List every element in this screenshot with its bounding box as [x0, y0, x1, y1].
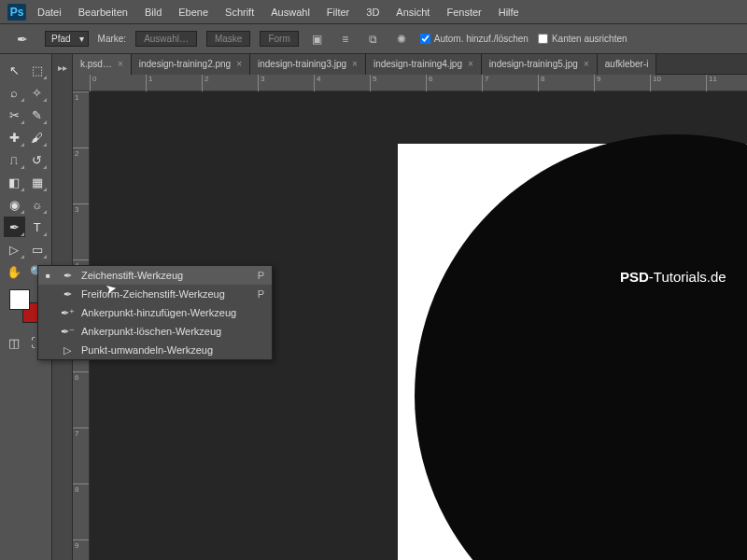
document-tab[interactable]: indesign-training2.png× — [132, 54, 250, 75]
gradient-tool[interactable]: ▦ — [27, 172, 49, 192]
freeform-pen-icon: ✒ — [61, 288, 74, 301]
selection-button[interactable]: Auswahl… — [135, 31, 197, 47]
hand-tool[interactable]: ✋ — [4, 261, 25, 282]
close-icon[interactable]: × — [468, 59, 473, 69]
close-icon[interactable]: × — [352, 59, 358, 69]
document-tab[interactable]: indesign-training3.jpg× — [250, 54, 366, 75]
arrange-icon[interactable]: ⧉ — [364, 30, 383, 49]
menu-item[interactable]: Ansicht — [396, 7, 430, 18]
pen-icon: ✒ — [9, 29, 35, 49]
wand-tool[interactable]: ✧ — [27, 82, 49, 103]
menu-bar: Ps Datei Bearbeiten Bild Ebene Schrift A… — [0, 0, 747, 24]
stamp-tool[interactable]: ⎍ — [4, 149, 25, 170]
flyout-item[interactable]: ✒Freiform-Zeichenstift-WerkzeugP — [38, 285, 272, 303]
mode-select[interactable]: Pfad — [45, 31, 89, 47]
make-label: Marke: — [98, 34, 127, 44]
flyout-item[interactable]: ▷Punkt-umwandeln-Werkzeug — [38, 341, 272, 359]
crop-tool[interactable]: ✂ — [4, 105, 25, 125]
move-tool[interactable]: ↖ — [4, 60, 25, 80]
flyout-item[interactable]: ✒⁺Ankerpunkt-hinzufügen-Werkzeug — [38, 303, 272, 322]
shape-tool[interactable]: ▭ — [27, 239, 49, 259]
document: PSD-Tutorials.de — [398, 144, 747, 560]
document-tab[interactable]: aufkleber-i — [598, 54, 657, 75]
delete-anchor-icon: ✒⁻ — [61, 326, 74, 338]
align-edges-checkbox[interactable]: Kanten ausrichten — [538, 34, 627, 44]
align-icon[interactable]: ≡ — [336, 30, 355, 49]
add-anchor-icon: ✒⁺ — [61, 307, 74, 319]
history-brush-tool[interactable]: ↺ — [27, 149, 49, 170]
menu-item[interactable]: Bearbeiten — [78, 7, 128, 18]
mask-button[interactable]: Maske — [206, 31, 250, 47]
menu-item[interactable]: Datei — [37, 7, 62, 18]
menu-item[interactable]: Fenster — [446, 7, 481, 18]
pen-tool-flyout: ■✒Zeichenstift-WerkzeugP ✒Freiform-Zeich… — [37, 265, 273, 360]
menu-item[interactable]: Hilfe — [499, 7, 519, 18]
history-icon[interactable]: ▸▸ — [52, 58, 73, 77]
blur-tool[interactable]: ◉ — [4, 194, 25, 215]
document-tab[interactable]: k.psd…× — [73, 54, 132, 75]
gear-icon[interactable]: ✺ — [392, 30, 411, 49]
flyout-item[interactable]: ■✒Zeichenstift-WerkzeugP — [38, 266, 272, 285]
pen-icon: ✒ — [61, 270, 74, 282]
lasso-tool[interactable]: ⌕ — [4, 82, 25, 103]
eyedropper-tool[interactable]: ✎ — [27, 105, 49, 125]
menu-item[interactable]: 3D — [366, 7, 379, 18]
marquee-tool[interactable]: ⬚ — [27, 60, 49, 80]
eraser-tool[interactable]: ◧ — [4, 172, 25, 192]
black-ellipse: PSD-Tutorials.de — [415, 134, 747, 560]
brush-tool[interactable]: 🖌 — [27, 127, 49, 147]
document-tab[interactable]: indesign-training4.jpg× — [366, 54, 482, 75]
document-tabs: k.psd…× indesign-training2.png× indesign… — [73, 54, 747, 75]
shape-button[interactable]: Form — [260, 31, 298, 47]
close-icon[interactable]: × — [236, 59, 242, 69]
heal-tool[interactable]: ✚ — [4, 127, 25, 147]
type-tool[interactable]: T — [27, 217, 49, 237]
close-icon[interactable]: × — [584, 59, 589, 69]
dodge-tool[interactable]: ☼ — [27, 194, 49, 215]
menu-item[interactable]: Bild — [145, 7, 162, 18]
logo-text: PSD-Tutorials.de — [620, 269, 726, 285]
pen-tool[interactable]: ✒ — [4, 217, 25, 237]
app-logo: Ps — [7, 4, 26, 21]
path-select-tool[interactable]: ▷ — [4, 239, 25, 259]
convert-point-icon: ▷ — [61, 344, 74, 357]
document-tab[interactable]: indesign-training5.jpg× — [482, 54, 598, 75]
quickmask-tool[interactable]: ◫ — [4, 332, 25, 353]
menu-item[interactable]: Schrift — [225, 7, 254, 18]
foreground-color[interactable] — [9, 289, 30, 310]
menu-item[interactable]: Filter — [327, 7, 349, 18]
options-bar: ✒ Pfad Marke: Auswahl… Maske Form ▣ ≡ ⧉ … — [0, 24, 747, 54]
menu-item[interactable]: Auswahl — [271, 7, 310, 18]
menu-item[interactable]: Ebene — [178, 7, 208, 18]
path-ops-icon[interactable]: ▣ — [308, 30, 327, 49]
auto-add-delete-checkbox[interactable]: Autom. hinzuf./löschen — [420, 34, 529, 44]
flyout-item[interactable]: ✒⁻Ankerpunkt-löschen-Werkzeug — [38, 322, 272, 341]
close-icon[interactable]: × — [118, 59, 123, 69]
ruler-horizontal: 01234567891011 — [73, 75, 747, 91]
